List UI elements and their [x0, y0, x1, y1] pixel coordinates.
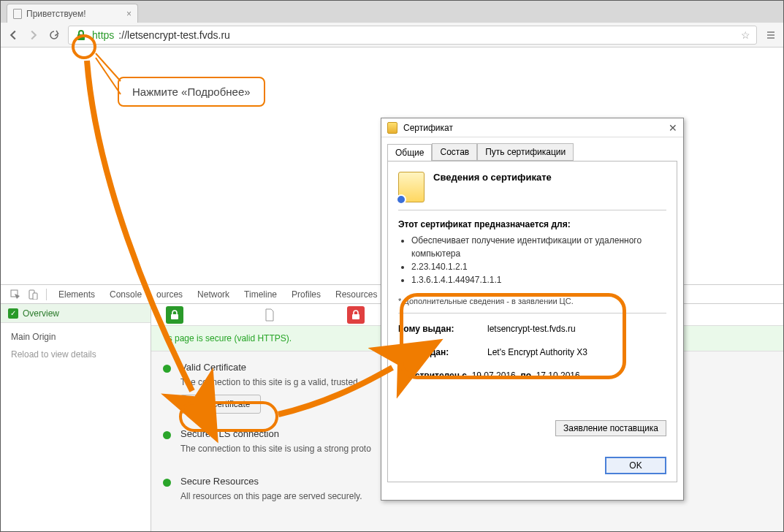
cert-purpose-item: 2.23.140.1.2.1: [411, 260, 666, 273]
cert-dialog-title: Сертификат: [403, 123, 453, 133]
lock-red-icon: [347, 306, 365, 324]
cert-purposes-list: Обеспечивает получение идентификации от …: [398, 234, 666, 286]
page-grey-icon: [261, 306, 278, 324]
green-dot-icon: [163, 365, 171, 373]
cert-purpose-label: Этот сертификат предназначается для:: [398, 219, 666, 229]
device-icon[interactable]: [26, 289, 40, 300]
tab-timeline[interactable]: Timeline: [238, 285, 283, 304]
cert-purpose-item: 1.3.6.1.4.1.44947.1.1.1: [411, 273, 666, 286]
cert-dialog-titlebar: Сертификат ✕: [381, 118, 683, 137]
inspect-icon[interactable]: [8, 289, 23, 300]
url-host: ://letsencrypt-test.fvds.ru: [118, 29, 230, 41]
annotation-cert-fields-highlight: [400, 293, 626, 379]
svg-rect-7: [171, 314, 178, 319]
issuer-statement-button[interactable]: Заявление поставщика: [555, 420, 666, 436]
bookmark-star-icon[interactable]: ☆: [741, 29, 750, 41]
cert-info-heading: Сведения о сертификате: [433, 172, 552, 183]
page-icon: [13, 9, 22, 19]
browser-tabbar: Приветствуем! ×: [1, 1, 783, 23]
cert-tab-details[interactable]: Состав: [432, 143, 477, 161]
address-bar[interactable]: https://letsencrypt-test.fvds.ru ☆: [68, 26, 757, 45]
reload-hint: Reload to view details: [11, 349, 140, 360]
tab-profiles[interactable]: Profiles: [286, 285, 327, 304]
tab-network[interactable]: Network: [191, 285, 235, 304]
reload-button[interactable]: [47, 28, 61, 42]
tab-sources[interactable]: ources: [151, 285, 189, 304]
cert-tab-general[interactable]: Общие: [387, 144, 432, 162]
shield-icon: ✓: [8, 308, 18, 319]
forward-button[interactable]: [27, 28, 40, 42]
lock-green-icon: [166, 306, 183, 324]
green-dot-icon: [163, 431, 171, 439]
menu-button[interactable]: [764, 28, 777, 42]
annotation-lock-highlight: [72, 34, 96, 59]
tab-close-icon[interactable]: ×: [126, 9, 132, 19]
cert-purpose-item: Обеспечивает получение идентификации от …: [411, 234, 666, 260]
cert-tab-path[interactable]: Путь сертификации: [477, 143, 574, 161]
certificate-icon: [387, 122, 397, 134]
overview-label: Overview: [23, 308, 59, 319]
tab-elements[interactable]: Elements: [53, 285, 101, 304]
browser-tab[interactable]: Приветствуем! ×: [7, 4, 138, 23]
green-dot-icon: [163, 479, 171, 487]
ok-button[interactable]: OK: [605, 457, 666, 474]
devtools-sidebar: ✓ Overview Main Origin Reload to view de…: [1, 304, 151, 531]
tab-resources[interactable]: Resources: [330, 285, 383, 304]
close-icon[interactable]: ✕: [669, 122, 677, 134]
svg-rect-8: [352, 314, 359, 319]
tab-console[interactable]: Console: [104, 285, 148, 304]
url-scheme: https: [92, 29, 114, 41]
annotation-view-cert-highlight: [179, 401, 278, 432]
overview-row[interactable]: ✓ Overview: [1, 304, 151, 323]
certificate-badge-icon: [398, 172, 425, 202]
browser-toolbar: https://letsencrypt-test.fvds.ru ☆: [1, 23, 783, 48]
annotation-callout: Нажмите «Подробнее»: [118, 77, 265, 107]
back-button[interactable]: [7, 28, 20, 42]
main-origin-label: Main Origin: [11, 332, 140, 342]
svg-rect-6: [33, 293, 37, 300]
tab-title: Приветствуем!: [26, 9, 86, 19]
cert-tabs: Общие Состав Путь сертификации: [381, 137, 683, 161]
